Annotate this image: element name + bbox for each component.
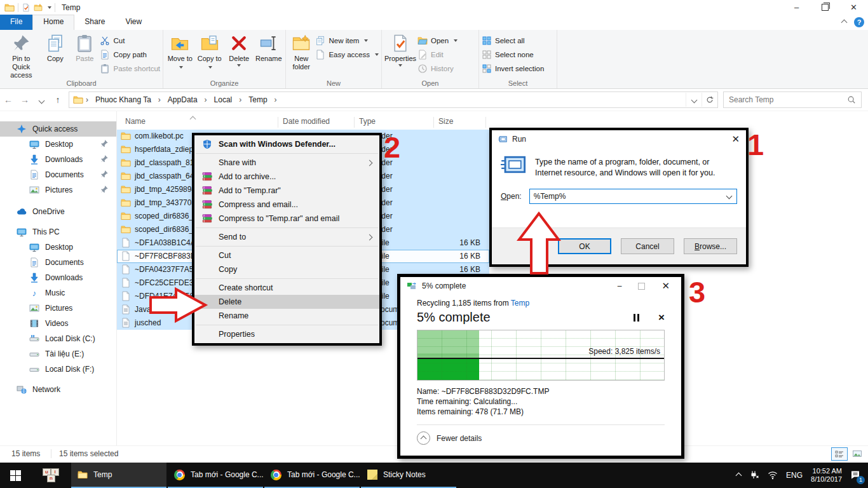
ok-button[interactable]: OK bbox=[558, 238, 611, 254]
menu-item-delete[interactable]: Delete bbox=[194, 295, 379, 309]
menu-item-add-to-temp-rar[interactable]: Add to "Temp.rar" bbox=[194, 184, 379, 198]
new-folder-button[interactable]: New folder bbox=[288, 32, 314, 71]
sidebar-item-downloads-qa[interactable]: Downloads bbox=[0, 152, 116, 167]
menu-item-create-shortcut[interactable]: Create shortcut bbox=[194, 281, 379, 295]
language-indicator[interactable]: ENG bbox=[786, 471, 803, 480]
paste-shortcut-button[interactable]: Paste shortcut bbox=[100, 63, 160, 74]
combo-dropdown-icon[interactable] bbox=[726, 193, 733, 200]
menu-item-properties[interactable]: Properties bbox=[194, 327, 379, 341]
delete-button[interactable]: Delete bbox=[225, 32, 254, 67]
fewer-details-button[interactable]: Fewer details bbox=[417, 425, 665, 445]
copy-path-button[interactable]: Copy path bbox=[100, 49, 160, 60]
sidebar-item-quick-access[interactable]: Quick access bbox=[0, 121, 116, 137]
refresh-icon[interactable] bbox=[702, 93, 717, 107]
restore-button[interactable] bbox=[811, 0, 839, 15]
up-icon[interactable]: ↑ bbox=[50, 95, 66, 105]
copy-button[interactable]: Copy bbox=[41, 32, 69, 63]
minimize-button[interactable]: – bbox=[782, 0, 811, 15]
menu-item-compress-temp-rar-email[interactable]: Compress to "Temp.rar" and email bbox=[194, 212, 379, 226]
taskbar-app-chrome-1[interactable]: Tab mới - Google C... bbox=[168, 463, 263, 488]
sidebar-item-documents[interactable]: Documents bbox=[0, 255, 116, 270]
help-icon[interactable]: ? bbox=[854, 17, 864, 27]
taskbar-app-temp[interactable]: Temp bbox=[71, 463, 166, 488]
sidebar-item-network[interactable]: Network bbox=[0, 382, 116, 397]
menu-item-rename[interactable]: Rename bbox=[194, 309, 379, 323]
sidebar-item-drive-e[interactable]: Tài liệu (E:) bbox=[0, 346, 116, 362]
taskbar-clock[interactable]: 10:52 AM 8/10/2017 bbox=[811, 467, 842, 484]
cut-button[interactable]: Cut bbox=[100, 35, 160, 46]
wifi-icon[interactable] bbox=[768, 470, 778, 480]
start-button[interactable] bbox=[0, 463, 31, 488]
close-button[interactable]: ✕ bbox=[839, 0, 868, 15]
cancel-button[interactable]: Cancel bbox=[621, 238, 674, 254]
column-header-name[interactable]: Name bbox=[125, 117, 146, 126]
qat-customize-caret[interactable] bbox=[48, 6, 51, 9]
progress-minimize-button[interactable]: – bbox=[618, 281, 622, 290]
cancel-operation-button[interactable]: × bbox=[658, 312, 665, 323]
thumbnail-view-button[interactable] bbox=[850, 447, 865, 459]
pause-button[interactable] bbox=[634, 314, 639, 322]
sidebar-item-music[interactable]: ♪ Music bbox=[0, 285, 116, 301]
new-item-button[interactable]: New item bbox=[315, 35, 379, 46]
temp-link[interactable]: Temp bbox=[511, 299, 529, 308]
paste-button[interactable]: Paste bbox=[71, 32, 98, 63]
rename-button[interactable]: Rename bbox=[255, 32, 283, 63]
tab-file[interactable]: File bbox=[0, 15, 32, 30]
history-button[interactable]: History bbox=[417, 63, 458, 74]
sidebar-item-pictures-qa[interactable]: Pictures bbox=[0, 182, 116, 198]
pin-to-quick-access-button[interactable]: Pin to Quick access bbox=[3, 32, 40, 80]
menu-item-share-with[interactable]: Share with bbox=[194, 156, 379, 170]
taskbar-app-sticky-notes[interactable]: Sticky Notes bbox=[361, 463, 456, 488]
breadcrumb-item-appdata[interactable]: AppData bbox=[163, 95, 202, 104]
recent-locations-caret[interactable] bbox=[33, 95, 50, 105]
action-center-icon[interactable]: 1 bbox=[850, 470, 860, 482]
menu-item-cut[interactable]: Cut bbox=[194, 248, 379, 262]
power-plug-icon[interactable] bbox=[749, 470, 759, 480]
breadcrumb-item-temp[interactable]: Temp bbox=[244, 95, 271, 104]
sidebar-item-onedrive[interactable]: OneDrive bbox=[0, 204, 116, 219]
progress-maximize-button[interactable] bbox=[638, 283, 645, 290]
tab-share[interactable]: Share bbox=[74, 15, 115, 30]
sidebar-item-local-disk-c[interactable]: Local Disk (C:) bbox=[0, 331, 116, 346]
copy-to-button[interactable]: Copy to bbox=[196, 32, 224, 71]
progress-close-button[interactable]: ✕ bbox=[661, 280, 670, 292]
details-view-button[interactable] bbox=[831, 447, 848, 461]
menu-item-send-to[interactable]: Send to bbox=[194, 230, 379, 244]
menu-item-compress-email[interactable]: Compress and email... bbox=[194, 198, 379, 212]
tab-view[interactable]: View bbox=[115, 15, 152, 30]
sidebar-item-documents-qa[interactable]: Documents bbox=[0, 167, 116, 182]
unikey-button[interactable]: uin bbox=[31, 463, 71, 488]
move-to-button[interactable]: Move to bbox=[166, 32, 194, 71]
sidebar-item-local-disk-f[interactable]: Local Disk (F:) bbox=[0, 362, 116, 377]
qat-new-folder-icon[interactable] bbox=[34, 3, 43, 12]
sidebar-item-pictures[interactable]: Pictures bbox=[0, 301, 116, 316]
search-input[interactable]: Search Temp bbox=[723, 92, 862, 108]
ribbon-collapse-icon[interactable] bbox=[841, 19, 848, 25]
breadcrumb[interactable]: › Phuoc Khang Ta › AppData › Local › Tem… bbox=[69, 92, 718, 108]
select-all-button[interactable]: Select all bbox=[482, 35, 544, 46]
sidebar-item-this-pc[interactable]: This PC bbox=[0, 224, 116, 240]
taskbar-app-chrome-2[interactable]: Tab mới - Google C... bbox=[264, 463, 360, 488]
tab-home[interactable]: Home bbox=[32, 15, 74, 30]
invert-selection-button[interactable]: Invert selection bbox=[482, 63, 544, 74]
sidebar-item-desktop-qa[interactable]: Desktop bbox=[0, 137, 116, 152]
menu-item-copy[interactable]: Copy bbox=[194, 262, 379, 276]
back-icon[interactable]: ← bbox=[0, 95, 17, 105]
sidebar-item-downloads[interactable]: Downloads bbox=[0, 270, 116, 285]
column-header-type[interactable]: Type bbox=[359, 117, 376, 126]
browse-button[interactable]: Browse... bbox=[684, 238, 737, 254]
edit-button[interactable]: Edit bbox=[417, 49, 458, 60]
tray-expand-icon[interactable] bbox=[736, 472, 742, 478]
sidebar-item-desktop[interactable]: Desktop bbox=[0, 240, 116, 255]
easy-access-button[interactable]: Easy access bbox=[315, 49, 379, 60]
run-close-icon[interactable]: ✕ bbox=[731, 133, 740, 145]
address-dropdown-caret[interactable] bbox=[686, 93, 702, 107]
qat-properties-icon[interactable] bbox=[22, 3, 31, 12]
column-header-size[interactable]: Size bbox=[438, 117, 453, 126]
menu-item-add-to-archive[interactable]: Add to archive... bbox=[194, 170, 379, 184]
forward-icon[interactable]: → bbox=[17, 95, 33, 105]
open-button[interactable]: Open bbox=[417, 35, 458, 46]
open-combobox[interactable]: %Temp% bbox=[529, 189, 737, 204]
select-none-button[interactable]: Select none bbox=[482, 49, 544, 60]
breadcrumb-item-local[interactable]: Local bbox=[210, 95, 237, 104]
